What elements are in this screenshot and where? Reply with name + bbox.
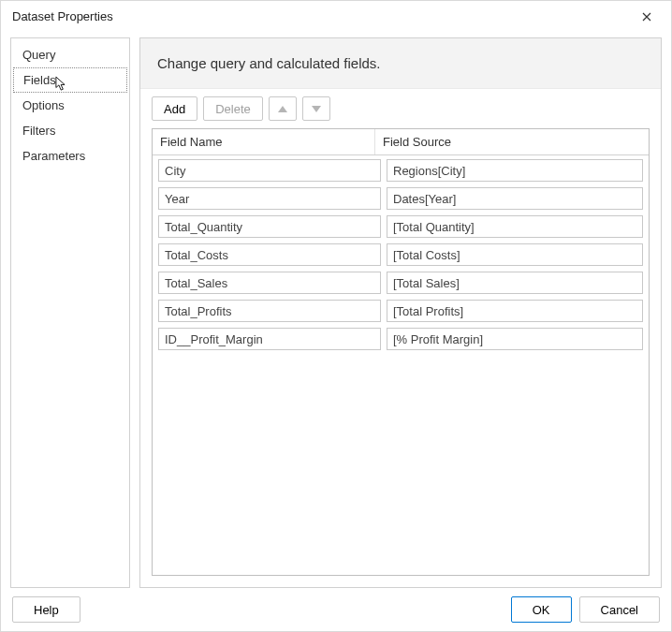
field-source-input[interactable] (387, 272, 643, 294)
sidebar-item-fields[interactable]: Fields (13, 67, 127, 93)
dialog-body: Query Fields Options Filters Parameters … (1, 32, 671, 588)
sidebar-item-label: Parameters (22, 149, 85, 163)
toolbar: Add Delete (140, 89, 661, 125)
table-row (158, 300, 643, 322)
cursor-icon (55, 76, 68, 93)
table-row (158, 215, 643, 238)
window-title: Dataset Properties (12, 9, 113, 23)
sidebar-item-parameters[interactable]: Parameters (11, 143, 129, 169)
dialog-dataset-properties: Dataset Properties Query Fields Options … (0, 0, 672, 632)
add-button[interactable]: Add (152, 96, 197, 121)
table-row (158, 328, 643, 350)
help-button[interactable]: Help (12, 596, 80, 623)
table-row (158, 187, 643, 210)
sidebar-item-query[interactable]: Query (11, 42, 129, 67)
sidebar-item-label: Fields (23, 73, 56, 87)
table-row (158, 272, 643, 294)
cancel-button[interactable]: Cancel (579, 596, 660, 623)
table-row (158, 159, 643, 182)
field-source-input[interactable] (387, 300, 643, 322)
field-source-input[interactable] (387, 187, 643, 210)
field-name-input[interactable] (158, 243, 381, 266)
move-up-button[interactable] (269, 96, 297, 121)
grid-header: Field Name Field Source (153, 129, 649, 155)
arrow-down-icon (312, 106, 321, 112)
field-source-input[interactable] (387, 215, 643, 238)
main-panel: Change query and calculated fields. Add … (139, 37, 662, 588)
sidebar: Query Fields Options Filters Parameters (10, 37, 130, 588)
close-icon (642, 12, 651, 22)
arrow-up-icon (278, 106, 287, 112)
grid-rows (153, 155, 649, 354)
sidebar-item-filters[interactable]: Filters (11, 118, 129, 143)
column-header-field-name[interactable]: Field Name (153, 129, 375, 154)
field-name-input[interactable] (158, 300, 381, 322)
field-name-input[interactable] (158, 215, 381, 238)
move-down-button[interactable] (302, 96, 330, 121)
sidebar-item-label: Filters (22, 124, 55, 138)
ok-button[interactable]: OK (511, 596, 572, 623)
titlebar: Dataset Properties (1, 1, 671, 32)
sidebar-item-options[interactable]: Options (11, 93, 129, 118)
field-name-input[interactable] (158, 328, 381, 350)
field-source-input[interactable] (387, 159, 643, 182)
fields-grid: Field Name Field Source (152, 128, 650, 576)
sidebar-item-label: Query (22, 48, 55, 62)
field-name-input[interactable] (158, 159, 381, 182)
table-row (158, 243, 643, 266)
field-name-input[interactable] (158, 187, 381, 210)
field-source-input[interactable] (387, 328, 643, 350)
column-header-field-source[interactable]: Field Source (375, 129, 649, 154)
field-source-input[interactable] (387, 243, 643, 266)
panel-heading: Change query and calculated fields. (140, 38, 661, 89)
close-button[interactable] (630, 3, 664, 31)
delete-button[interactable]: Delete (203, 96, 263, 121)
field-name-input[interactable] (158, 272, 381, 294)
dialog-footer: Help OK Cancel (1, 588, 671, 631)
sidebar-item-label: Options (22, 98, 65, 112)
